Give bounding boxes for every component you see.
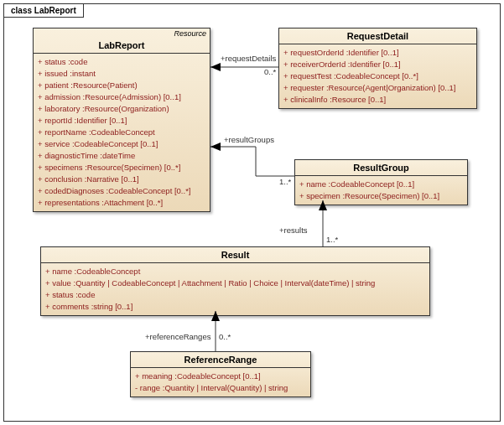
attr: + clinicalInfo :Resource [0..1] (283, 94, 472, 106)
assoc-mult: 1..* (326, 235, 338, 244)
attr: - range :Quantity | Interval(Quantity) |… (135, 382, 306, 394)
class-attrs: + name :CodeableConcept [0..1] + specime… (295, 176, 467, 205)
class-attrs: + status :code + issued :instant + patie… (34, 54, 210, 211)
attr: + receiverOrderId :Identifier [0..1] (283, 59, 472, 70)
attr: + reportId :Identifier [0..1] (38, 115, 205, 127)
attr: + patient :Resource(Patient) (38, 80, 205, 91)
stereotype: Resource (34, 29, 210, 38)
class-resultgroup: ResultGroup + name :CodeableConcept [0..… (294, 159, 468, 205)
class-attrs: + meaning :CodeableConcept [0..1] - rang… (131, 368, 310, 396)
attr: + requester :Resource(Agent|Organization… (283, 82, 472, 94)
assoc-label: +results (279, 225, 308, 235)
attr: + codedDiagnoses :CodeableConcept [0..*] (38, 185, 205, 197)
attr: + value :Quantity | CodeableConcept | At… (45, 277, 425, 289)
attr: + admission :Resource(Admission) [0..1] (38, 91, 205, 103)
class-attrs: + requestOrderId :Identifier [0..1] + re… (279, 44, 476, 108)
attr: + diagnosticTime :dateTime (38, 150, 205, 162)
attr: + status :code (38, 56, 205, 68)
assoc-mult: 0..* (264, 67, 276, 76)
class-referencerange: ReferenceRange + meaning :CodeableConcep… (130, 351, 311, 397)
attr: + name :CodeableConcept (45, 266, 425, 277)
class-title: LabReport (34, 38, 210, 54)
class-title: ResultGroup (295, 160, 467, 176)
attr: + status :code (45, 289, 425, 301)
attr: + laboratory :Resource(Organization) (38, 103, 205, 115)
class-title: Result (41, 247, 429, 263)
diagram-frame: class LabReport Resource LabReport + sta… (3, 3, 501, 422)
assoc-label: +requestDetails (221, 54, 276, 63)
class-attrs: + name :CodeableConcept + value :Quantit… (41, 263, 429, 315)
attr: + comments :string [0..1] (45, 301, 425, 313)
class-requestdetail: RequestDetail + requestOrderId :Identifi… (278, 28, 477, 109)
svg-marker-5 (210, 143, 221, 151)
assoc-mult: 1..* (279, 177, 291, 186)
attr: + conclusion :Narrative [0..1] (38, 174, 205, 185)
attr: + representations :Attachment [0..*] (38, 197, 205, 209)
attr: + requestOrderId :Identifier [0..1] (283, 47, 472, 59)
attr: + reportName :CodeableConcept (38, 127, 205, 138)
frame-title: class LabReport (3, 3, 84, 18)
assoc-mult: 0..* (219, 332, 231, 341)
class-labreport: Resource LabReport + status :code + issu… (33, 28, 210, 212)
class-title: RequestDetail (279, 29, 476, 44)
attr: + specimens :Resource(Specimen) [0..*] (38, 162, 205, 174)
attr: + issued :instant (38, 68, 205, 80)
attr: + requestTest :CodeableConcept [0..*] (283, 70, 472, 82)
svg-marker-1 (210, 63, 221, 71)
assoc-label: +resultGroups (224, 135, 274, 144)
attr: + name :CodeableConcept [0..1] (299, 179, 463, 190)
attr: + meaning :CodeableConcept [0..1] (135, 371, 306, 382)
class-result: Result + name :CodeableConcept + value :… (40, 246, 430, 316)
attr: + specimen :Resource(Specimen) [0..1] (299, 190, 463, 202)
attr: + service :CodeableConcept [0..1] (38, 138, 205, 150)
class-title: ReferenceRange (131, 352, 310, 368)
assoc-label: +referenceRanges (145, 332, 210, 341)
